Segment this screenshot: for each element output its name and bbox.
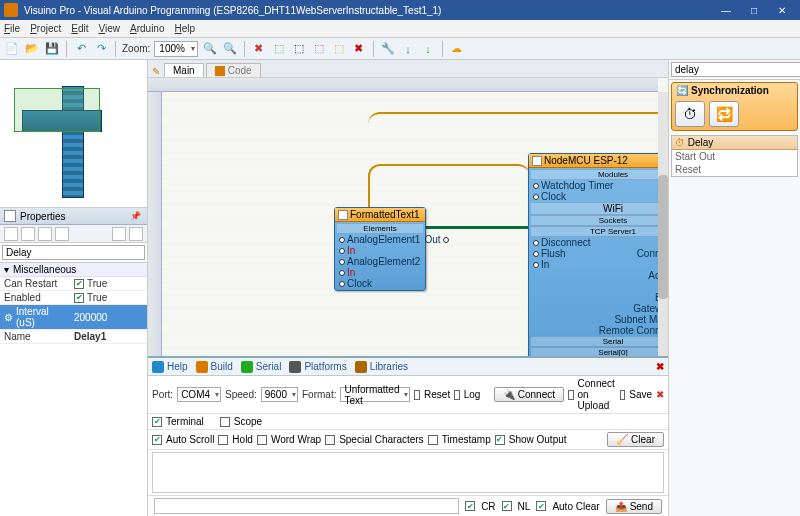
send-input[interactable] (154, 498, 459, 514)
close-button[interactable]: ✕ (768, 0, 796, 20)
help-icon (152, 361, 164, 373)
menu-view[interactable]: View (98, 23, 120, 34)
node-icon (338, 210, 348, 220)
clear-button[interactable]: 🧹 Clear (607, 432, 664, 447)
zoomin-icon[interactable]: 🔍 (202, 41, 218, 57)
open-icon[interactable]: 📂 (24, 41, 40, 57)
node-nodemcu[interactable]: NodeMCU ESP-12 Modules Watchdog Timer Cl… (528, 153, 668, 382)
timestamp-checkbox[interactable] (428, 435, 438, 445)
undo-icon[interactable]: ↶ (73, 41, 89, 57)
tab-platforms[interactable]: Platforms (289, 361, 346, 373)
tool-icon[interactable]: 🔧 (380, 41, 396, 57)
tool-icon[interactable]: ⬚ (331, 41, 347, 57)
node-icon (532, 156, 542, 166)
speed-combo[interactable]: 9600 (261, 387, 298, 402)
tool-icon[interactable]: ☁ (449, 41, 465, 57)
app-icon (4, 3, 18, 17)
prop-row-name[interactable]: Name Delay1 (0, 330, 147, 344)
prop-tool-icon[interactable] (21, 227, 35, 241)
prop-row-enabled[interactable]: Enabled ✔True (0, 291, 147, 305)
menu-file[interactable]: File (4, 23, 20, 34)
pin-icon[interactable]: 📌 (128, 211, 143, 221)
node-formattedtext1[interactable]: FormattedText1 Elements AnalogElement1In… (334, 207, 426, 291)
hold-checkbox[interactable] (218, 435, 228, 445)
special-checkbox[interactable] (325, 435, 335, 445)
tab-help[interactable]: Help (152, 361, 188, 373)
output-pane: Help Build Serial Platforms Libraries ✖ … (148, 356, 668, 516)
menu-project[interactable]: Project (30, 23, 61, 34)
autoclear-checkbox[interactable]: ✔ (536, 501, 546, 511)
build-icon (196, 361, 208, 373)
window-title: Visuino Pro - Visual Arduino Programming… (24, 5, 712, 16)
tab-main[interactable]: Main (164, 63, 204, 77)
showoutput-checkbox[interactable]: ✔ (495, 435, 505, 445)
save-icon[interactable]: 💾 (44, 41, 60, 57)
tab-serial[interactable]: Serial (241, 361, 282, 373)
code-icon (215, 66, 225, 76)
tab-libraries[interactable]: Libraries (355, 361, 408, 373)
zoom-label: Zoom: (122, 43, 150, 54)
toolbox-search-input[interactable] (671, 62, 800, 77)
reset-checkbox[interactable] (414, 390, 420, 400)
speed-label: Speed: (225, 389, 257, 400)
properties-panel: ▾ Miscellaneous Can Restart ✔True Enable… (0, 225, 147, 516)
window-buttons: — □ ✕ (712, 0, 796, 20)
close-pane-icon[interactable]: ✖ (656, 361, 664, 372)
toolbox-item[interactable]: 🔁 (709, 101, 739, 127)
new-icon[interactable]: 📄 (4, 41, 20, 57)
tool-icon[interactable]: ✖ (351, 41, 367, 57)
log-checkbox[interactable] (454, 390, 460, 400)
terminal-checkbox[interactable]: ✔ (152, 417, 162, 427)
prop-tool-icon[interactable] (55, 227, 69, 241)
autoscroll-checkbox[interactable]: ✔ (152, 435, 162, 445)
prop-tool-icon[interactable] (112, 227, 126, 241)
connect-on-upload-checkbox[interactable] (568, 390, 574, 400)
property-group[interactable]: ▾ Miscellaneous (0, 263, 147, 277)
save-checkbox[interactable] (620, 390, 626, 400)
format-label: Format: (302, 389, 336, 400)
prop-row-interval[interactable]: ⚙ Interval (uS) 200000 (0, 305, 147, 330)
prop-tool-icon[interactable] (129, 227, 143, 241)
sync-icon: 🔄 (676, 85, 688, 96)
zoomout-icon[interactable]: 🔍 (222, 41, 238, 57)
terminal-output[interactable] (152, 452, 664, 493)
connect-button[interactable]: 🔌 Connect (494, 387, 564, 402)
ruler-horizontal (148, 78, 658, 92)
tab-code[interactable]: Code (206, 63, 261, 77)
menu-arduino[interactable]: Arduino (130, 23, 164, 34)
format-combo[interactable]: Unformatted Text (340, 387, 410, 402)
properties-icon (4, 210, 16, 222)
scope-checkbox[interactable] (220, 417, 230, 427)
tool-icon[interactable]: ↓ (420, 41, 436, 57)
toolbox-category[interactable]: 🔄Synchronization ⏱ 🔁 (671, 82, 798, 131)
tool-icon[interactable]: ↓ (400, 41, 416, 57)
prop-row-can-restart[interactable]: Can Restart ✔True (0, 277, 147, 291)
toolbox-panel: ★ ⬚ ⬚ ⬚ 🔄Synchronization ⏱ 🔁 ⏱ Delay Sta… (668, 60, 800, 516)
pencil-icon: ✎ (152, 66, 162, 77)
send-button[interactable]: 📤 Send (606, 499, 662, 514)
zoom-combo[interactable]: 100% (154, 41, 198, 57)
menu-edit[interactable]: Edit (71, 23, 88, 34)
config-icon[interactable]: ✖ (656, 389, 664, 400)
cr-checkbox[interactable]: ✔ (465, 501, 475, 511)
tool-icon[interactable]: ⬚ (271, 41, 287, 57)
port-combo[interactable]: COM4 (177, 387, 221, 402)
titlebar: Visuino Pro - Visual Arduino Programming… (0, 0, 800, 20)
serial-icon (241, 361, 253, 373)
prop-tool-icon[interactable] (4, 227, 18, 241)
redo-icon[interactable]: ↷ (93, 41, 109, 57)
minimize-button[interactable]: — (712, 0, 740, 20)
toolbox-list-item-delay[interactable]: ⏱ Delay Start Out Reset (671, 135, 798, 177)
nl-checkbox[interactable]: ✔ (502, 501, 512, 511)
wrap-checkbox[interactable] (257, 435, 267, 445)
maximize-button[interactable]: □ (740, 0, 768, 20)
toolbox-item[interactable]: ⏱ (675, 101, 705, 127)
prop-tool-icon[interactable] (38, 227, 52, 241)
design-preview[interactable] (0, 60, 147, 208)
menu-help[interactable]: Help (174, 23, 195, 34)
tab-build[interactable]: Build (196, 361, 233, 373)
tool-icon[interactable]: ⬚ (291, 41, 307, 57)
properties-filter-input[interactable] (2, 245, 145, 260)
tool-icon[interactable]: ✖ (251, 41, 267, 57)
tool-icon[interactable]: ⬚ (311, 41, 327, 57)
